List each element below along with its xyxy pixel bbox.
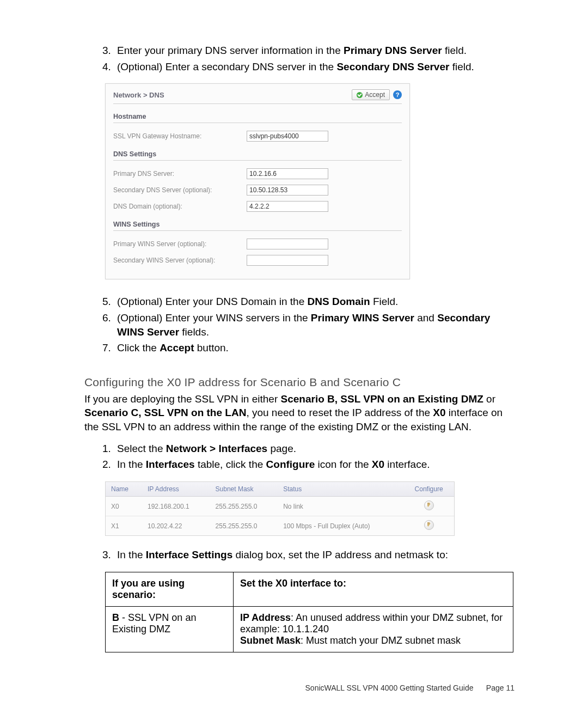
- accept-button[interactable]: Accept: [352, 89, 390, 100]
- text: In the: [117, 549, 146, 560]
- hostname-input[interactable]: [247, 131, 328, 142]
- secondary-dns-input[interactable]: [247, 185, 328, 196]
- table-header-row: Name IP Address Subnet Mask Status Confi…: [106, 482, 454, 497]
- text-bold: Network > Interfaces: [166, 443, 267, 454]
- field-label: Secondary DNS Server (optional):: [113, 186, 247, 194]
- cell-configure: [403, 497, 454, 516]
- col-ip: IP Address: [142, 482, 210, 497]
- section-paragraph: If you are deploying the SSL VPN in eith…: [84, 392, 514, 434]
- step-list-d: In the Interface Settings dialog box, se…: [84, 548, 514, 562]
- document-page: Enter your primary DNS server informatio…: [0, 0, 588, 714]
- step-text: field.: [449, 61, 474, 72]
- list-item: (Optional) Enter your WINS servers in th…: [114, 311, 514, 339]
- col-name: Name: [106, 482, 142, 497]
- field-label: Primary DNS Server:: [113, 170, 247, 178]
- scenario-cell-right: IP Address: An unused address within you…: [234, 606, 513, 652]
- cell-name: X0: [106, 497, 142, 516]
- text-bold: Scenario C, SSL VPN on the LAN: [84, 407, 246, 418]
- scenario-table: If you are using scenario: Set the X0 in…: [105, 572, 513, 652]
- cell-name: X1: [106, 516, 142, 536]
- cell-status: 100 Mbps - Full Duplex (Auto): [278, 516, 403, 536]
- text: dialog box, set the IP address and netma…: [232, 549, 448, 560]
- text: , you need to reset the IP address of th…: [246, 407, 433, 418]
- list-item: Click the Accept button.: [114, 341, 514, 355]
- text: (Optional) Enter your DNS Domain in the: [117, 296, 308, 307]
- text-bold: Primary WINS Server: [311, 312, 414, 324]
- text-bold: X0: [372, 459, 384, 470]
- text: Click the: [117, 342, 160, 353]
- dns-domain-input[interactable]: [247, 201, 328, 212]
- text: : Must match your DMZ subnet mask: [301, 635, 461, 646]
- step-list-b: (Optional) Enter your DNS Domain in the …: [84, 295, 514, 355]
- text-bold: Accept: [160, 342, 194, 353]
- cell-status: No link: [278, 497, 403, 516]
- list-item: In the Interfaces table, click the Confi…: [114, 457, 514, 472]
- text: table, click the: [195, 459, 266, 470]
- step-bold: Primary DNS Server: [344, 45, 442, 56]
- cell-mask: 255.255.255.0: [210, 497, 278, 516]
- text-bold: Scenario B, SSL VPN on an Existing DMZ: [281, 393, 483, 405]
- col-mask: Subnet Mask: [210, 482, 278, 497]
- text: (Optional) Enter your WINS servers in th…: [117, 312, 311, 324]
- text-bold: Interfaces: [146, 459, 195, 470]
- table-row: X110.202.4.22255.255.255.0100 Mbps - Ful…: [106, 516, 454, 536]
- text-bold: Subnet Mask: [240, 635, 301, 646]
- list-item: (Optional) Enter your DNS Domain in the …: [114, 295, 514, 309]
- text-bold: X0: [433, 407, 445, 418]
- text-bold: Interface Settings: [146, 549, 232, 560]
- panel-titlebar: Network > DNS Accept ?: [113, 89, 402, 104]
- page-footer: SonicWALL SSL VPN 4000 Getting Started G…: [305, 684, 514, 692]
- table-row: X0192.168.200.1255.255.255.0No link: [106, 497, 454, 516]
- text: If you are deploying the SSL VPN in eith…: [84, 393, 281, 405]
- help-icon[interactable]: ?: [393, 90, 402, 99]
- text-bold: IP Address: [240, 612, 291, 623]
- footer-page: Page 11: [486, 684, 514, 692]
- configure-icon[interactable]: [424, 520, 434, 530]
- primary-wins-input[interactable]: [247, 239, 328, 249]
- titlebar-actions: Accept ?: [352, 89, 402, 100]
- text: interface.: [384, 459, 430, 470]
- text: In the: [117, 459, 146, 470]
- check-icon: [357, 92, 363, 98]
- interfaces-table: Name IP Address Subnet Mask Status Confi…: [106, 482, 454, 535]
- col-status: Status: [278, 482, 403, 497]
- field-label: Primary WINS Server (optional):: [113, 240, 247, 248]
- step-text: (Optional) Enter a secondary DNS server …: [117, 61, 336, 72]
- field-label: SSL VPN Gateway Hostname:: [113, 132, 247, 140]
- text-bold: DNS Domain: [308, 296, 370, 307]
- secondary-wins-input[interactable]: [247, 255, 328, 266]
- text: - SSL VPN on an Existing DMZ: [112, 612, 196, 634]
- text: Field.: [370, 296, 399, 307]
- col-configure: Configure: [403, 482, 454, 497]
- step-list-a: Enter your primary DNS server informatio…: [84, 44, 514, 74]
- text: icon for the: [315, 459, 372, 470]
- accept-label: Accept: [365, 91, 385, 99]
- footer-title: SonicWALL SSL VPN 4000 Getting Started G…: [305, 684, 474, 692]
- step-text: Enter your primary DNS server informatio…: [117, 45, 344, 56]
- dns-settings-panel: Network > DNS Accept ? Hostname SSL VPN …: [105, 83, 410, 279]
- text-bold: B: [112, 612, 119, 623]
- cell-ip: 192.168.200.1: [142, 497, 210, 516]
- text: fields.: [179, 326, 209, 338]
- list-item: Enter your primary DNS server informatio…: [114, 44, 514, 58]
- list-item: (Optional) Enter a secondary DNS server …: [114, 60, 514, 74]
- section-hostname: Hostname: [113, 113, 402, 123]
- cell-configure: [403, 516, 454, 536]
- cell-mask: 255.255.255.0: [210, 516, 278, 536]
- primary-dns-input[interactable]: [247, 168, 328, 179]
- table-header-row: If you are using scenario: Set the X0 in…: [106, 572, 513, 606]
- list-item: In the Interface Settings dialog box, se…: [114, 548, 514, 562]
- step-bold: Secondary DNS Server: [336, 61, 449, 72]
- text: Select the: [117, 443, 166, 454]
- text-bold: Configure: [266, 459, 315, 470]
- list-item: Select the Network > Interfaces page.: [114, 442, 514, 456]
- field-label: Secondary WINS Server (optional):: [113, 257, 247, 264]
- table-row: B - SSL VPN on an Existing DMZ IP Addres…: [106, 606, 513, 652]
- configure-icon[interactable]: [424, 501, 434, 510]
- text: and: [414, 312, 437, 324]
- scenario-cell-left: B - SSL VPN on an Existing DMZ: [106, 606, 234, 652]
- text: button.: [194, 342, 229, 353]
- text: or: [483, 393, 495, 405]
- step-text: field.: [442, 45, 467, 56]
- cell-ip: 10.202.4.22: [142, 516, 210, 536]
